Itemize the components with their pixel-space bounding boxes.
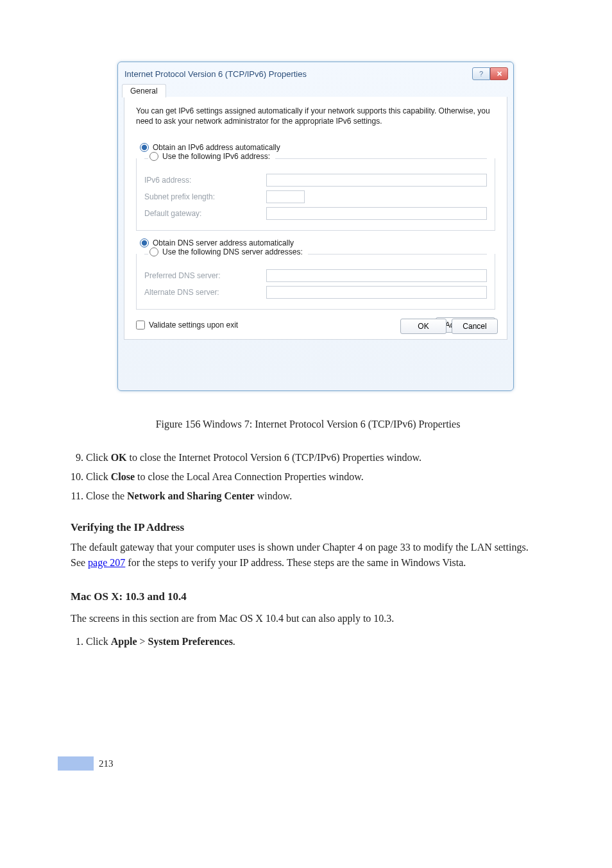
steps-list: Click OK to close the Internet Protocol … <box>71 450 545 504</box>
verify-heading: Verifying the IP Address <box>71 519 545 536</box>
radio-ipv6-manual-label: Use the following IPv6 address: <box>162 152 270 161</box>
radio-dns-manual-label: Use the following DNS server addresses: <box>162 247 303 256</box>
titlebar: Internet Protocol Version 6 (TCP/IPv6) P… <box>118 62 513 84</box>
radio-ipv6-manual[interactable]: Use the following IPv6 address: <box>148 152 271 161</box>
subnet-prefix-input[interactable] <box>266 190 305 203</box>
radio-dns-auto-label: Obtain DNS server address automatically <box>153 238 294 247</box>
default-gateway-input[interactable] <box>266 207 487 220</box>
dialog-title: Internet Protocol Version 6 (TCP/IPv6) P… <box>124 69 307 79</box>
step-9: Click OK to close the Internet Protocol … <box>86 450 545 465</box>
page-number: 213 <box>99 756 114 771</box>
close-icon[interactable]: ✕ <box>490 67 508 80</box>
validate-checkbox[interactable]: Validate settings upon exit <box>136 321 238 330</box>
figure-caption: Figure 156 Windows 7: Internet Protocol … <box>71 417 545 432</box>
macosx-paragraph: The screens in this section are from Mac… <box>71 611 545 626</box>
radio-ipv6-manual-input[interactable] <box>149 152 158 161</box>
dns-fieldset: Use the following DNS server addresses: … <box>136 254 495 310</box>
verify-paragraph: The default gateway that your computer u… <box>71 540 545 571</box>
validate-checkbox-label: Validate settings upon exit <box>149 321 238 330</box>
radio-dns-auto[interactable]: Obtain DNS server address automatically <box>140 238 495 247</box>
validate-checkbox-input[interactable] <box>136 321 145 330</box>
titlebar-buttons: ? ✕ <box>472 67 508 80</box>
mac-step-1: Click Apple > System Preferences. <box>86 634 545 649</box>
step-11: Close the Network and Sharing Center win… <box>86 488 545 504</box>
preferred-dns-label: Preferred DNS server: <box>144 271 266 280</box>
mac-steps-list: Click Apple > System Preferences. <box>71 634 545 649</box>
alternate-dns-label: Alternate DNS server: <box>144 288 266 297</box>
radio-dns-manual[interactable]: Use the following DNS server addresses: <box>148 247 304 256</box>
help-icon[interactable]: ? <box>472 67 490 80</box>
page-body-text: Figure 156 Windows 7: Internet Protocol … <box>71 417 545 653</box>
default-gateway-label: Default gateway: <box>144 209 266 218</box>
radio-ipv6-auto[interactable]: Obtain an IPv6 address automatically <box>140 143 495 152</box>
radio-dns-manual-input[interactable] <box>149 247 158 256</box>
radio-dns-auto-input[interactable] <box>140 238 149 247</box>
ipv6-properties-dialog: Internet Protocol Version 6 (TCP/IPv6) P… <box>117 62 514 391</box>
page-tab-decoration <box>58 756 94 771</box>
tab-general[interactable]: General <box>122 84 166 97</box>
radio-ipv6-auto-label: Obtain an IPv6 address automatically <box>153 143 280 152</box>
macosx-heading: Mac OS X: 10.3 and 10.4 <box>71 588 545 605</box>
subnet-prefix-label: Subnet prefix length: <box>144 192 266 201</box>
preferred-dns-input[interactable] <box>266 269 487 282</box>
radio-ipv6-auto-input[interactable] <box>140 143 149 152</box>
ipv6-address-input[interactable] <box>266 174 487 187</box>
dialog-footer: OK Cancel <box>400 319 498 334</box>
cancel-button[interactable]: Cancel <box>452 319 498 334</box>
ok-button[interactable]: OK <box>400 319 446 334</box>
step-10: Click Close to close the Local Area Conn… <box>86 469 545 485</box>
ipv6-address-label: IPv6 address: <box>144 176 266 185</box>
alternate-dns-input[interactable] <box>266 286 487 299</box>
ipv6-address-fieldset: Use the following IPv6 address: IPv6 add… <box>136 158 495 231</box>
dialog-description: You can get IPv6 settings assigned autom… <box>136 106 495 126</box>
page-link[interactable]: page 207 <box>88 557 125 568</box>
